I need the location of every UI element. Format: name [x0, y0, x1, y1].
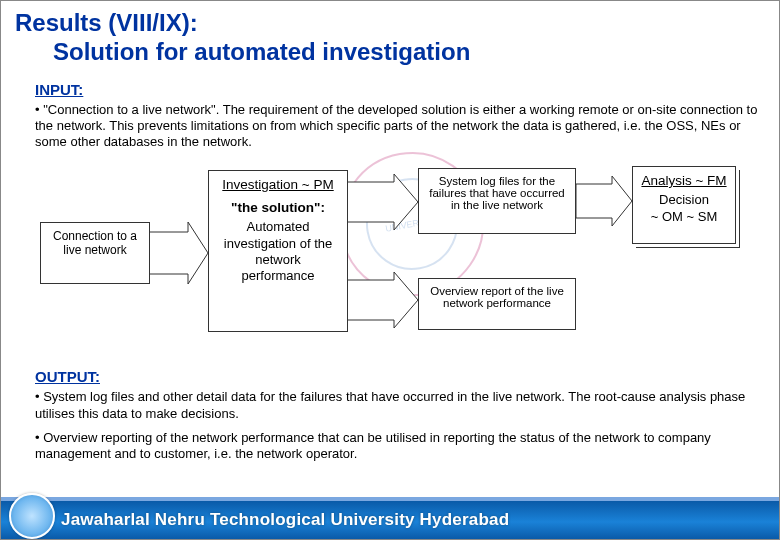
input-bullet: • "Connection to a live network". The re…: [1, 102, 779, 159]
university-logo: [9, 493, 55, 539]
output-heading: OUTPUT:: [1, 362, 779, 389]
output-bullet-2: • Overview reporting of the network perf…: [1, 430, 779, 471]
arrow-solution-to-output-top: [346, 174, 418, 230]
output-bottom-text: Overview report of the live network perf…: [427, 285, 567, 309]
solution-body: Automated investigation of the network p…: [217, 219, 339, 284]
svg-marker-1: [346, 174, 418, 230]
analysis-heading: Analysis ~ FM: [641, 173, 727, 188]
solution-heading: Investigation ~ PM: [217, 177, 339, 192]
slide-title: Results (VIII/IX): Solution for automate…: [1, 1, 779, 71]
analysis-line2: ~ OM ~ SM: [641, 209, 727, 224]
title-line-1: Results (VIII/IX):: [15, 9, 765, 38]
output-bottom-box: Overview report of the live network perf…: [418, 278, 576, 330]
svg-marker-3: [576, 176, 632, 226]
arrow-input-to-solution: [148, 222, 208, 284]
slide: Results (VIII/IX): Solution for automate…: [0, 0, 780, 540]
analysis-line1: Decision: [641, 192, 727, 208]
output-top-box: System log files for the failures that h…: [418, 168, 576, 234]
solution-quote: "the solution":: [217, 200, 339, 215]
svg-marker-0: [148, 222, 208, 284]
input-heading: INPUT:: [1, 71, 779, 102]
footer-bar: Jawaharlal Nehru Technological Universit…: [1, 501, 779, 539]
footer-accent: [1, 497, 779, 501]
output-top-text: System log files for the failures that h…: [427, 175, 567, 211]
title-line-2: Solution for automated investigation: [15, 38, 765, 67]
output-bullet-1: • System log files and other detail data…: [1, 389, 779, 430]
arrow-solution-to-output-bottom: [346, 272, 418, 328]
arrow-output-to-analysis: [576, 176, 632, 226]
analysis-box: Analysis ~ FM Decision ~ OM ~ SM: [632, 166, 736, 244]
input-connection-text: Connection to a live network: [49, 229, 141, 257]
workflow-diagram: UNIVERSITY Connection to a live network …: [40, 162, 740, 362]
footer-text: Jawaharlal Nehru Technological Universit…: [61, 510, 509, 530]
svg-marker-2: [346, 272, 418, 328]
solution-box: Investigation ~ PM "the solution": Autom…: [208, 170, 348, 332]
input-connection-box: Connection to a live network: [40, 222, 150, 284]
